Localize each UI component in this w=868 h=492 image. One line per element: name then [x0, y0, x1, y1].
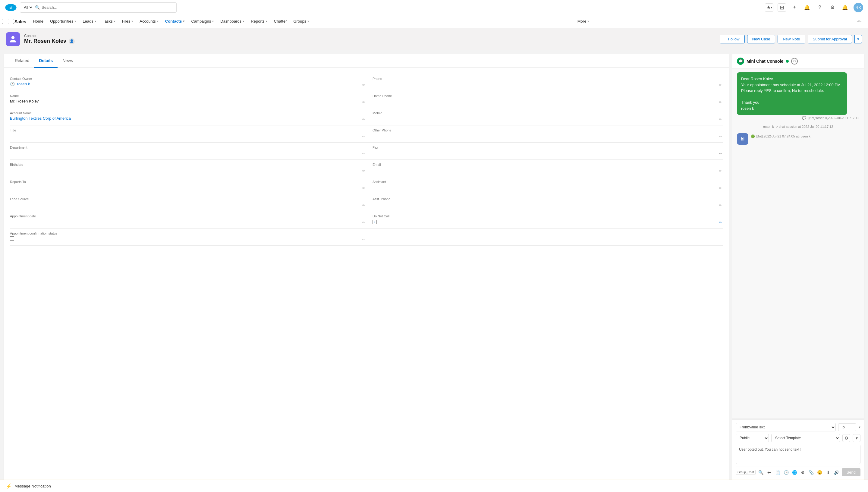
- chat-message-input[interactable]: User opted out. You can not send text !: [736, 445, 861, 464]
- submit-for-approval-button[interactable]: Submit for Approval: [808, 35, 852, 43]
- salesforce-logo[interactable]: sf: [5, 1, 17, 14]
- field-edit-icon[interactable]: ✏: [362, 83, 365, 87]
- field-edit-icon[interactable]: ✏: [362, 186, 365, 190]
- nav-item-home[interactable]: Home: [30, 15, 46, 28]
- svg-text:sf: sf: [9, 6, 12, 9]
- sent-message-meta: 💬 [Bot]:rosen k,2022-Jul-20 11:17:12: [737, 116, 859, 120]
- notification-label: Message Notification: [15, 484, 51, 488]
- field-edit-icon[interactable]: ✏: [362, 100, 365, 104]
- field-edit-icon[interactable]: ✏: [362, 203, 365, 207]
- chat-input-area: From:ValueText To ▾ Public Select Templa…: [732, 420, 864, 480]
- chat-clock-icon[interactable]: 🕐: [783, 469, 789, 476]
- chat-gear-icon[interactable]: ⚙: [799, 469, 806, 476]
- actions-dropdown-button[interactable]: ▾: [854, 35, 862, 43]
- nav-item-chatter[interactable]: Chatter: [271, 15, 290, 28]
- field-edit-icon[interactable]: ✏: [719, 169, 722, 173]
- chat-online-indicator: [786, 60, 789, 63]
- tab-details[interactable]: Details: [34, 54, 57, 68]
- field-edit-icon[interactable]: ✏: [719, 134, 722, 139]
- field-edit-blue-icon[interactable]: ✏: [719, 220, 722, 225]
- chatter-icon[interactable]: 🔔: [803, 3, 811, 12]
- nav-item-accounts[interactable]: Accounts▾: [136, 15, 161, 28]
- nav-item-files[interactable]: Files▾: [119, 15, 136, 28]
- chat-emoji-search-icon[interactable]: 🔍: [758, 469, 764, 476]
- field-mobile: Mobile ✏: [366, 108, 723, 125]
- tab-news[interactable]: News: [57, 54, 78, 68]
- field-edit-icon[interactable]: ✏: [362, 117, 365, 122]
- help-icon[interactable]: ?: [816, 3, 824, 12]
- follow-button[interactable]: + Follow: [720, 35, 745, 43]
- nav-item-more[interactable]: More▾: [575, 15, 592, 28]
- record-name: Mr. Rosen Kolev 👤: [24, 38, 720, 44]
- search-input[interactable]: [42, 5, 174, 10]
- chat-file-icon[interactable]: 📄: [774, 469, 781, 476]
- app-navigation: ⋮⋮⋮ Sales Home Opportunities▾ Leads▾ Tas…: [0, 15, 868, 28]
- field-edit-icon[interactable]: ✏: [719, 100, 722, 104]
- waffle-menu-icon[interactable]: ⊞: [777, 3, 786, 12]
- nav-item-groups[interactable]: Groups▾: [290, 15, 312, 28]
- chat-template-row: Public Select Template ⚙ ▾: [736, 434, 861, 442]
- chat-attach-icon[interactable]: 📎: [808, 469, 815, 476]
- chat-to-dropdown[interactable]: ▾: [859, 425, 861, 429]
- sent-message-bubble: Dear Rosen Kolev, Your appointment has s…: [737, 72, 847, 115]
- record-person-icon[interactable]: 👤: [69, 38, 75, 44]
- contact-owner-link[interactable]: rosen k: [17, 82, 30, 86]
- chat-audio-icon[interactable]: 🔊: [833, 469, 840, 476]
- settings-icon[interactable]: ⚙: [828, 3, 837, 12]
- chat-message-list: Dear Rosen Kolev, Your appointment has s…: [732, 69, 864, 418]
- search-scope-select[interactable]: All: [23, 5, 33, 10]
- chat-console-title: Mini Chat Console: [746, 59, 783, 64]
- nav-item-opportunities[interactable]: Opportunities▾: [47, 15, 79, 28]
- field-edit-icon[interactable]: ✏: [719, 203, 722, 207]
- record-detail-panel: Related Details News Contact Owner 🕐 ros…: [4, 54, 730, 488]
- nav-item-dashboards[interactable]: Dashboards▾: [217, 15, 247, 28]
- global-search-bar[interactable]: All 🔍: [20, 2, 177, 13]
- new-case-button[interactable]: New Case: [747, 35, 775, 43]
- chat-download-icon[interactable]: ⬇: [825, 469, 832, 476]
- chat-from-select[interactable]: From:ValueText: [736, 423, 836, 432]
- chat-settings-icon[interactable]: ⚙: [842, 434, 850, 442]
- nav-item-contacts[interactable]: Contacts▾: [162, 15, 188, 28]
- chat-back-icon[interactable]: ⬅: [766, 469, 772, 476]
- do-not-call-checkbox[interactable]: ✓: [373, 220, 377, 224]
- field-edit-icon[interactable]: ✏: [719, 83, 722, 87]
- chat-send-button[interactable]: Send: [842, 468, 861, 476]
- bottom-notification-bar: ⚡ Message Notification: [0, 479, 868, 492]
- notifications-icon[interactable]: 🔔: [841, 3, 849, 12]
- field-edit-icon[interactable]: ✏: [362, 169, 365, 173]
- field-appointment-date: Appointment date ✏: [10, 211, 366, 228]
- user-avatar[interactable]: RK: [853, 3, 863, 13]
- nav-item-tasks[interactable]: Tasks▾: [100, 15, 119, 28]
- appointment-confirmation-checkbox[interactable]: [10, 236, 14, 241]
- nav-item-campaigns[interactable]: Campaigns▾: [188, 15, 217, 28]
- chat-toolbar: Group_Chat 🔍 ⬅ 📄 🕐 🌐 ⚙ 📎 😊 ⬇ 🔊 Send: [736, 466, 861, 478]
- new-note-button[interactable]: New Note: [777, 35, 805, 43]
- app-launcher-icon[interactable]: ⋮⋮⋮: [4, 17, 12, 26]
- nav-item-leads[interactable]: Leads▾: [80, 15, 99, 28]
- chat-emoji-icon[interactable]: 😊: [816, 469, 823, 476]
- field-edit-icon[interactable]: ✏: [362, 134, 365, 139]
- nav-edit-icon[interactable]: ✏: [854, 19, 864, 24]
- owner-clock-icon: 🕐: [10, 82, 15, 86]
- tab-related[interactable]: Related: [10, 54, 34, 68]
- chat-globe-icon[interactable]: 🌐: [791, 469, 798, 476]
- field-edit-fax-icon[interactable]: ✏: [719, 152, 722, 156]
- group-chat-button[interactable]: Group_Chat: [736, 470, 756, 475]
- chat-visibility-select[interactable]: Public: [736, 434, 769, 442]
- field-edit-icon[interactable]: ✏: [719, 186, 722, 190]
- field-edit-icon[interactable]: ✏: [719, 117, 722, 122]
- chat-refresh-button[interactable]: ↻: [791, 58, 798, 65]
- field-edit-icon[interactable]: ✏: [362, 238, 365, 242]
- add-icon[interactable]: +: [790, 3, 799, 12]
- chat-template-select[interactable]: Select Template: [771, 434, 840, 442]
- top-bar-actions: ★ ▾ ⊞ + 🔔 ? ⚙ 🔔 RK: [765, 3, 863, 13]
- account-name-link[interactable]: Burlington Textiles Corp of America: [10, 116, 71, 121]
- field-edit-icon[interactable]: ✏: [362, 152, 365, 156]
- chat-console-icon: 💬: [737, 57, 744, 65]
- chat-from-to-row: From:ValueText To ▾: [736, 423, 861, 432]
- favorites-icon[interactable]: ★ ▾: [765, 3, 773, 12]
- nav-item-reports[interactable]: Reports▾: [248, 15, 270, 28]
- chat-template-dropdown-icon[interactable]: ▾: [852, 434, 861, 442]
- received-message-avatar: hi: [737, 133, 748, 145]
- field-edit-icon[interactable]: ✏: [362, 220, 365, 225]
